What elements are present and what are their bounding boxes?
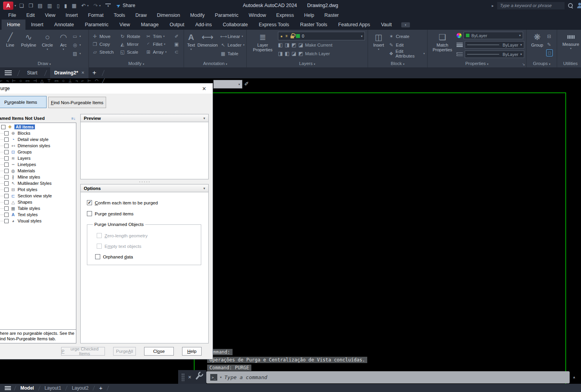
tree-item-mline-styles[interactable]: ∦Mline styles [0, 174, 76, 180]
open-file-icon[interactable]: ❒ [29, 3, 33, 9]
panel-label-layers[interactable]: Layers ▾ [247, 60, 368, 67]
ungroup-button[interactable]: ⊟ [546, 33, 553, 40]
menu-edit[interactable]: Edit [21, 13, 40, 18]
close-button[interactable]: Close [144, 347, 174, 356]
explode-button[interactable]: ▣ [174, 41, 181, 48]
layer-unlock-icon[interactable]: ◩ [298, 51, 303, 56]
tab-start[interactable]: Start [23, 67, 41, 78]
checkbox[interactable] [95, 254, 100, 259]
table-button[interactable]: ▦Table [220, 50, 244, 57]
checkbox[interactable] [4, 194, 9, 198]
save-web-mobile-icon[interactable]: ▮ [64, 3, 67, 9]
tab-drawing2[interactable]: Drawing2* ✕ [50, 67, 88, 78]
fillet-button[interactable]: ◜Fillet▾ [145, 41, 173, 48]
linetype-dropdown[interactable]: ByLayer ▾ [465, 51, 524, 58]
ribbon-tab-home[interactable]: Home [2, 20, 25, 30]
ribbon-tab-addins[interactable]: Add-ins [190, 20, 217, 30]
ribbon-tab-annotate[interactable]: Annotate [49, 20, 79, 30]
offset-button[interactable]: ⊂ [174, 49, 181, 56]
array-button[interactable]: ⊞Array▾ [145, 49, 173, 56]
ribbon-collapse-icon[interactable]: ▾ [401, 22, 410, 27]
purge-dialog-titlebar[interactable]: Purge ✕ [0, 83, 213, 94]
layer-freeze-icon[interactable]: ◩ [292, 42, 296, 48]
confirm-each-item-checkbox[interactable]: ✓ Confirm each item to be purged [87, 200, 201, 205]
panel-label-block[interactable]: Block ▾ [368, 60, 427, 67]
tree-item-plot-styles[interactable]: ⊟Plot styles [0, 186, 76, 193]
undo-caret-icon[interactable]: ▾ [87, 4, 88, 7]
ribbon-tab-parametric[interactable]: Parametric [79, 20, 114, 30]
tab-close-icon[interactable]: ✕ [81, 67, 85, 78]
splitter-handle[interactable] [80, 179, 209, 184]
dim-style-tool-icon[interactable]: ✐ [244, 81, 249, 87]
panel-label-annotation[interactable]: Annotation ▾ [184, 60, 246, 67]
edit-block-button[interactable]: ✎Edit [388, 42, 425, 49]
redo-caret-icon[interactable]: ▾ [99, 4, 101, 7]
menu-modify[interactable]: Modify [185, 13, 210, 18]
panel-label-properties[interactable]: Properties ▾ [428, 60, 526, 67]
measure-button[interactable]: Measure ▾ [560, 32, 581, 50]
preview-section-header[interactable]: Preview ▾ [80, 114, 209, 122]
new-file-icon[interactable]: ❏ [19, 3, 24, 9]
erase-button[interactable]: ✐ [174, 33, 181, 40]
move-button[interactable]: ✛Move [92, 33, 119, 40]
tree-item-shapes[interactable]: △Shapes [0, 199, 76, 205]
menu-parametric[interactable]: Parametric [210, 13, 244, 18]
polyline-button[interactable]: ∿ Polyline [20, 32, 38, 57]
save-as-icon[interactable]: ▥ [47, 3, 52, 9]
menu-file[interactable]: File [3, 13, 21, 18]
drawing-area[interactable]: ⌐¬⊢○▭⊣△⊤▭○⊥¬⌐⊢◠╱ ▾ ✐ Command: Operações … [0, 78, 581, 384]
arc-button[interactable]: ◠ Arc ▾ [57, 32, 70, 57]
ribbon-tab-featured-apps[interactable]: Featured Apps [333, 20, 375, 30]
group-button[interactable]: ❋ Group [530, 32, 545, 56]
menu-help[interactable]: Help [299, 13, 319, 18]
match-layer-button[interactable]: Match Layer [305, 51, 330, 56]
command-history-up-icon[interactable]: ▲ [572, 375, 576, 379]
layer-unisolate-icon[interactable]: ◧ [285, 51, 289, 56]
layer-properties-button[interactable]: ≣ Layer Properties [250, 32, 276, 52]
tab-purgeable-items[interactable]: Purgeable Items [0, 96, 47, 108]
ribbon-tab-collaborate[interactable]: Collaborate [217, 20, 253, 30]
ribbon-tab-insert[interactable]: Insert [25, 20, 49, 30]
tree-item-materials[interactable]: ◍Materials [0, 168, 76, 174]
rectangle-button[interactable]: ▭▾ [72, 33, 81, 40]
copy-button[interactable]: ❐Copy [92, 41, 119, 48]
dimension-button[interactable]: ⟷ Dimension [197, 32, 218, 57]
sort-button[interactable]: ≡ ↓ [71, 116, 76, 121]
checkbox[interactable] [4, 213, 9, 217]
group-selection-toggle[interactable]: □ [546, 49, 553, 56]
edit-attributes-button[interactable]: ❖Edit Attributes▾ [388, 50, 425, 57]
leader-button[interactable]: ↖Leader▾ [220, 42, 244, 49]
color-wheel-icon[interactable] [456, 33, 462, 38]
ribbon-tab-raster-tools[interactable]: Raster Tools [295, 20, 333, 30]
search-input[interactable] [497, 2, 565, 9]
checkbox[interactable] [4, 150, 9, 154]
tree-item-blocks[interactable]: ⊕Blocks [0, 130, 76, 136]
layer-off-icon[interactable]: ◧ [278, 42, 283, 48]
menu-window[interactable]: Window [244, 13, 271, 18]
orphaned-data-checkbox[interactable]: Orphaned data [95, 254, 198, 259]
line-button[interactable]: ╱ Line [3, 32, 17, 57]
menu-view[interactable]: View [40, 13, 61, 18]
checkbox[interactable] [4, 169, 9, 173]
checkbox-checked-icon[interactable]: ✓ [87, 200, 92, 205]
save-icon[interactable]: ▤ [38, 3, 42, 9]
open-web-mobile-icon[interactable]: ▯ [57, 3, 60, 9]
layer-thaw-all-icon[interactable]: ◪ [292, 51, 296, 56]
menu-dimension[interactable]: Dimension [152, 13, 185, 18]
group-edit-button[interactable]: ✎ [546, 41, 553, 48]
ribbon-tab-manage[interactable]: Manage [135, 20, 164, 30]
panel-label-modify[interactable]: Modify ▾ [89, 60, 184, 67]
layer-select-dropdown[interactable]: ● ☀ 0 ▾ [278, 32, 365, 40]
hatch-button[interactable]: ▨▾ [72, 50, 81, 57]
match-properties-button[interactable]: ❏ Match Properties [430, 32, 455, 52]
checkbox[interactable] [4, 200, 9, 204]
checkbox[interactable] [4, 131, 9, 135]
checkbox[interactable] [4, 137, 9, 142]
tree-item-linetypes[interactable]: ┅Linetypes [0, 161, 76, 168]
command-dock-close-icon[interactable]: ✕ [188, 375, 191, 380]
ribbon-tab-vault[interactable]: Vault [375, 20, 397, 30]
options-collapse-icon[interactable]: ▾ [203, 186, 205, 190]
drag-handle-icon[interactable] [181, 373, 185, 382]
checkbox[interactable] [1, 125, 5, 129]
menu-insert[interactable]: Insert [61, 13, 83, 18]
